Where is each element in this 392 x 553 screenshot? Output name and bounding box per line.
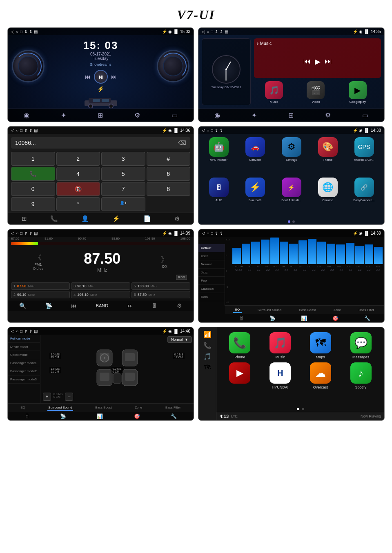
s-icon-2[interactable]: 📡 (60, 413, 66, 419)
eq-preset-normal[interactable]: Normal (198, 260, 225, 269)
radio-next[interactable]: ⏭ (127, 302, 133, 309)
nav-location[interactable]: ◉ (24, 111, 29, 119)
key-6[interactable]: 6 (147, 167, 191, 181)
back-icon-5[interactable]: ◁ (11, 231, 14, 235)
key-star[interactable]: * (56, 197, 100, 211)
eq-bar-40[interactable] (251, 242, 260, 264)
nav-bt[interactable]: ✦ (61, 111, 66, 119)
eq-preset-user[interactable]: User (198, 252, 225, 260)
eq-preset-classical[interactable]: Classical (198, 285, 225, 293)
eq-preset-pop[interactable]: Pop (198, 277, 225, 285)
cp-maps-side-icon[interactable]: 🗺 (204, 364, 211, 371)
key-3[interactable]: 3 (101, 152, 145, 166)
plus-button[interactable]: + (43, 393, 51, 401)
eq-bar-275[interactable] (365, 244, 373, 264)
cp-app-yt[interactable]: ▶ (221, 362, 258, 389)
key-5[interactable]: 5 (101, 167, 145, 181)
minus-button[interactable]: − (65, 393, 73, 401)
recents-icon-5[interactable]: □ (20, 231, 22, 235)
recents-icon-7[interactable]: □ (20, 329, 22, 333)
home-icon-7[interactable]: ○ (16, 329, 18, 333)
mode-passenger2[interactable]: Passenger mode2 (8, 367, 40, 375)
mode-cpilot[interactable]: Cpilot mode (8, 351, 40, 359)
nav-settings[interactable]: ⚙ (134, 111, 140, 119)
home-icon-6[interactable]: ○ (207, 231, 209, 235)
app-theme[interactable]: 🎨 Theme (311, 137, 345, 175)
app-carmate[interactable]: 🚗 CarMate (238, 137, 272, 175)
preset-5[interactable]: 5 108.00 MHz (131, 282, 190, 290)
home-icon-2[interactable]: ○ (207, 29, 209, 34)
eq-bar-30[interactable] (242, 244, 250, 264)
back-icon-7[interactable]: ◁ (11, 329, 14, 333)
key-0[interactable]: 0 (11, 182, 55, 196)
nav-apps[interactable]: ⊞ (98, 111, 103, 119)
stab-zone[interactable]: Zone (134, 405, 143, 411)
key-4[interactable]: 4 (56, 167, 100, 181)
eq-preset-jazz[interactable]: Jazz (198, 269, 225, 277)
app-bootanim[interactable]: ⚡ Boot Animati... (274, 178, 308, 215)
nav2-bt[interactable]: ✦ (252, 111, 257, 119)
cp-app-overcast[interactable]: ☁ Overcast (302, 362, 339, 389)
dialer-keypad-icon[interactable]: ⊞ (22, 215, 27, 222)
back-icon-2[interactable]: ◁ (202, 29, 205, 34)
seek-back-icon[interactable]: 《 (34, 253, 42, 262)
eq-bar-110[interactable] (308, 239, 316, 264)
eq-bar-125[interactable] (317, 242, 326, 264)
dialer-settings-icon[interactable]: ⚙ (174, 215, 180, 222)
cp-app-messages[interactable]: 💬 Messages (342, 332, 379, 359)
eq-tab-zone[interactable]: Zone (332, 307, 343, 313)
key-9[interactable]: 9 (11, 197, 55, 211)
cp-music-side-icon[interactable]: 🎵 (203, 353, 212, 360)
key-8[interactable]: 8 (147, 182, 191, 196)
nav2-cam[interactable]: ▭ (362, 111, 368, 119)
eq-bar-80[interactable] (289, 244, 298, 264)
eq-preset-rock[interactable]: Rock (198, 293, 225, 301)
app-androits[interactable]: GPS AndroiTS GP... (347, 137, 381, 175)
nav2-location[interactable]: ◉ (214, 111, 220, 119)
home-icon-5[interactable]: ○ (16, 231, 18, 235)
delete-button[interactable]: ⌫ (178, 140, 186, 146)
mc-prev[interactable]: ⏮ (303, 57, 311, 66)
mode-passenger3[interactable]: Passenger mode3 (8, 375, 40, 384)
eq-icon-1[interactable]: 🎛 (239, 315, 244, 321)
key-1[interactable]: 1 (11, 152, 55, 166)
stab-bassfilter[interactable]: Bass Filter (165, 405, 182, 411)
eq-tab-eq[interactable]: EQ (233, 307, 242, 313)
key-2[interactable]: 2 (56, 152, 100, 166)
radio-band-btn[interactable]: BAND (96, 303, 109, 308)
eq-bar-70[interactable] (280, 242, 288, 264)
prev-button[interactable]: ⏮ (85, 73, 91, 80)
radio-eq[interactable]: 🎚 (152, 302, 158, 309)
app-apk[interactable]: 🤖 APK installer (202, 137, 236, 175)
app-aux[interactable]: 🎚 AUX (202, 178, 236, 215)
app-music[interactable]: 🎵 Music (254, 80, 294, 105)
radio-settings[interactable]: ⚙ (177, 302, 182, 309)
key-7[interactable]: 7 (101, 182, 145, 196)
app-easyconn[interactable]: 🔗 EasyConnecti... (347, 178, 381, 215)
contact-button[interactable]: 👤+ (101, 197, 145, 211)
preset-6[interactable]: 6 87.50 MHz (131, 291, 190, 298)
stab-eq[interactable]: EQ (20, 405, 26, 411)
back-icon[interactable]: ◁ (11, 29, 14, 34)
dialer-contacts-icon[interactable]: 👤 (81, 215, 89, 222)
app-bluetooth[interactable]: ⚡ Bluetooth (238, 178, 272, 215)
stab-bassboost[interactable]: Bass Boost (94, 405, 112, 411)
next-button[interactable]: ⏭ (111, 73, 117, 80)
eq-bar-50[interactable] (261, 240, 270, 264)
preset-2[interactable]: 2 90.10 MHz (11, 291, 70, 298)
normal-selector[interactable]: Normal ▼ (167, 336, 192, 343)
app-googleplay[interactable]: ▶ Googleplay (338, 80, 378, 105)
eq-tab-bass-boost[interactable]: Bass Boost (297, 307, 318, 313)
dialer-sms-icon[interactable]: 📄 (143, 215, 151, 222)
eq-bar-200[interactable] (346, 243, 354, 264)
home-icon[interactable]: ○ (16, 29, 18, 34)
eq-bar-60[interactable] (270, 238, 279, 264)
mc-play[interactable]: ▶ (315, 57, 321, 66)
home-icon-4[interactable]: ○ (207, 128, 209, 133)
play-pause-button[interactable]: ⏯ (94, 70, 108, 84)
mc-next[interactable]: ⏭ (325, 57, 332, 66)
stab-surround[interactable]: Surround Sound (47, 405, 73, 411)
radio-prev[interactable]: ⏮ (71, 302, 77, 309)
cp-app-music[interactable]: 🎵 Music (262, 332, 299, 359)
eq-icon-5[interactable]: 🔧 (364, 315, 370, 321)
